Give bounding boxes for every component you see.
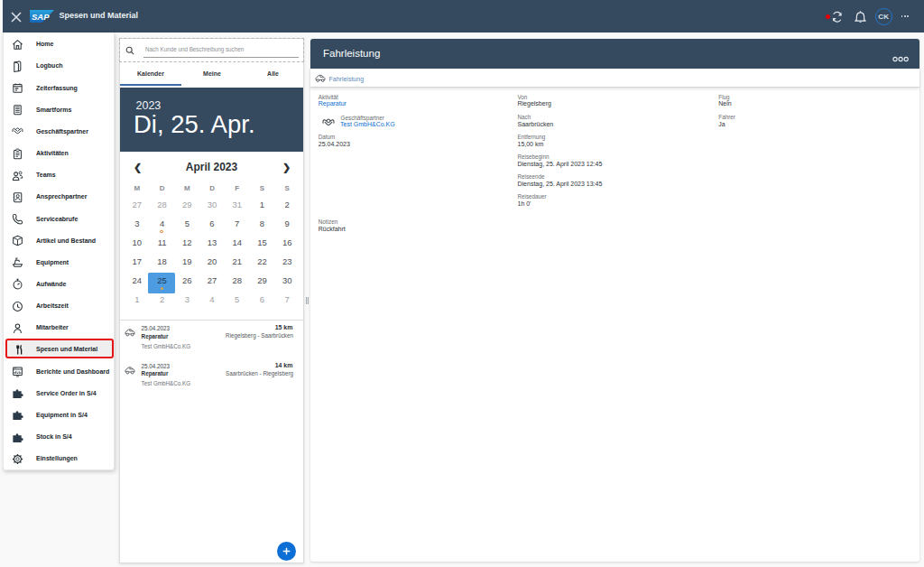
svg-text:SAP: SAP	[32, 12, 50, 22]
